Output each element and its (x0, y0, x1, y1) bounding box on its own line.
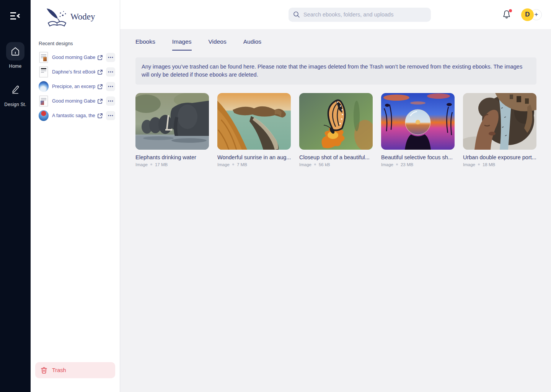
pencil-icon (10, 85, 20, 95)
recent-design-row[interactable]: Precipice, an excerpt... (31, 79, 120, 94)
image-type: Image (135, 162, 148, 167)
image-size: 23 MB (401, 162, 413, 167)
image-meta: Image 7 MB (217, 162, 291, 167)
image-card[interactable]: Urban double exposure port... Image 18 M… (463, 93, 536, 167)
ellipsis-icon (108, 100, 113, 102)
image-meta: Image 56 kB (299, 162, 373, 167)
tab-images[interactable]: Images (172, 38, 192, 51)
open-design-button[interactable] (95, 111, 104, 120)
design-title: Good morning Gabe ... (52, 98, 95, 104)
rail-item-design-studio[interactable]: Design St. (4, 80, 26, 107)
image-size: 56 kB (319, 162, 330, 167)
ellipsis-icon (108, 115, 113, 116)
rail-item-label: Home (9, 64, 22, 69)
open-design-button[interactable] (95, 53, 104, 62)
dot-separator (314, 163, 316, 165)
dot-separator (396, 163, 398, 165)
recent-design-row[interactable]: A fantastic saga, the... (31, 108, 120, 123)
external-link-icon (97, 98, 103, 104)
search-bar[interactable] (289, 8, 431, 22)
image-type: Image (299, 162, 311, 167)
brand-logo[interactable]: Wodey (44, 6, 120, 28)
search-input[interactable] (303, 11, 426, 18)
design-more-options-button[interactable] (106, 67, 115, 77)
notifications-button[interactable] (502, 10, 512, 20)
rail-item-home[interactable]: Home (6, 42, 24, 69)
sunrise-coast-image (217, 93, 291, 150)
image-card[interactable]: Elephants drinking water Image 17 MB (135, 93, 209, 167)
recent-design-row[interactable]: Good morning Gabe ... (31, 50, 120, 65)
image-meta: Image 18 MB (463, 162, 536, 167)
design-thumbnail (39, 95, 49, 107)
design-title: Precipice, an excerpt... (52, 84, 95, 89)
recent-design-row[interactable]: Good morning Gabe ... (31, 94, 120, 108)
design-studio-pill (6, 80, 24, 99)
wodey-logo-icon (44, 6, 70, 28)
image-title: Wonderful sunrise in an aug... (217, 154, 291, 160)
recent-designs-list: Good morning Gabe ... Daphne's first eBo… (31, 50, 120, 123)
design-more-options-button[interactable] (106, 96, 115, 106)
external-link-icon (97, 69, 103, 75)
crystal-ball-image (381, 93, 455, 150)
image-title: Beautiful selective focus sh... (381, 154, 455, 160)
open-design-button[interactable] (95, 96, 104, 106)
user-avatar[interactable]: D (521, 8, 534, 21)
image-size: 18 MB (483, 162, 495, 167)
image-meta: Image 23 MB (381, 162, 455, 167)
tab-audios[interactable]: Audios (243, 38, 261, 51)
trash-icon (41, 367, 47, 374)
design-title: A fantastic saga, the... (52, 113, 95, 118)
design-more-options-button[interactable] (106, 82, 115, 91)
recent-design-row[interactable]: Daphne's first eBook... (31, 65, 120, 79)
image-card[interactable]: Wonderful sunrise in an aug... Image 7 M… (217, 93, 291, 167)
image-size: 7 MB (237, 162, 247, 167)
recent-designs-title: Recent designs (39, 41, 120, 46)
image-type: Image (217, 162, 230, 167)
home-icon (10, 46, 20, 56)
trash-content: Ebooks Images Videos Audios Any images y… (120, 29, 551, 167)
brand-name: Wodey (70, 12, 95, 22)
elephants-image (135, 93, 209, 150)
dot-separator (150, 163, 152, 165)
ellipsis-icon (108, 86, 113, 87)
design-more-options-button[interactable] (106, 53, 115, 62)
ellipsis-icon (108, 57, 113, 58)
search-icon (293, 11, 300, 18)
secondary-sidebar: Wodey Recent designs Good morning Gabe .… (31, 0, 120, 392)
external-link-icon (97, 113, 103, 119)
dot-separator (232, 163, 234, 165)
external-link-icon (97, 55, 103, 60)
trash-info-banner: Any images you’ve trashed can be found h… (135, 57, 536, 85)
tab-videos[interactable]: Videos (209, 38, 227, 51)
rail-item-label: Design St. (4, 102, 26, 107)
trash-button[interactable]: Trash (35, 362, 115, 378)
image-type: Image (381, 162, 393, 167)
design-thumbnail (39, 110, 49, 121)
design-title: Good morning Gabe ... (52, 55, 95, 60)
image-type: Image (463, 162, 475, 167)
avatar-group: D + (521, 8, 542, 21)
main-area: D + Ebooks Images Videos Audios Any imag… (120, 0, 551, 392)
open-design-button[interactable] (95, 82, 104, 91)
dot-separator (478, 163, 480, 165)
top-bar: D + (120, 0, 551, 29)
image-card[interactable]: Beautiful selective focus sh... Image 23… (381, 93, 455, 167)
open-design-button[interactable] (95, 67, 104, 77)
image-title: Urban double exposure port... (463, 154, 536, 160)
external-link-icon (97, 84, 103, 90)
notification-badge (509, 9, 512, 12)
image-size: 17 MB (155, 162, 168, 167)
media-tabs: Ebooks Images Videos Audios (135, 38, 536, 51)
tab-ebooks[interactable]: Ebooks (135, 38, 155, 51)
design-more-options-button[interactable] (106, 111, 115, 120)
primary-rail: Home Design St. (0, 0, 31, 392)
home-pill (6, 42, 24, 60)
double-exposure-portrait-image (463, 93, 536, 150)
design-thumbnail (39, 81, 49, 92)
design-thumbnail (39, 52, 49, 63)
image-cards-grid: Elephants drinking water Image 17 MB (135, 93, 536, 167)
menu-collapse-icon (10, 12, 20, 20)
ellipsis-icon (108, 71, 113, 73)
collapse-sidebar-icon[interactable] (9, 10, 21, 22)
image-card[interactable]: Closeup shot of a beautiful... Image 56 … (299, 93, 373, 167)
